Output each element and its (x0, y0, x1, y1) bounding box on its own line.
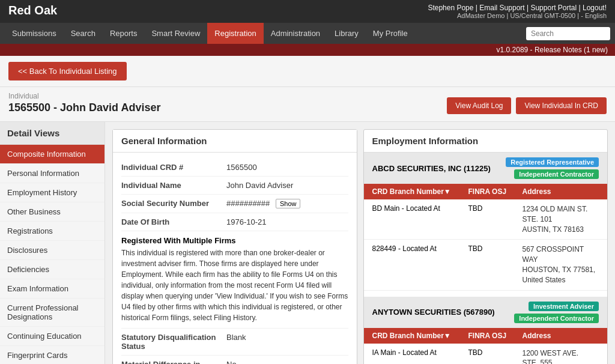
employment-info-panel: Employment Information ABCD SECURITIES, … (363, 129, 608, 364)
sidebar-item-fingerprint-cards[interactable]: Fingerprint Cards (0, 346, 105, 364)
field-individual-name-label: Individual Name (121, 181, 226, 190)
support-portal-link[interactable]: Support Portal (530, 4, 577, 12)
back-to-listing-button[interactable]: << Back To Individual Listing (8, 62, 127, 80)
nav-smart-review[interactable]: Smart Review (144, 23, 207, 44)
general-info-title: General Information (113, 130, 357, 153)
version-bar: v1.0.2089 - Release Notes (1 new) (0, 44, 615, 56)
firm-anytown-securities: ANYTOWN SECURITIES (567890) Investment A… (364, 297, 608, 364)
field-material-diff-value: No (226, 360, 237, 364)
firm-anytown-name: ANYTOWN SECURITIES (567890) (372, 308, 495, 317)
individual-label: Individual (8, 92, 160, 100)
badge-independent-contractor-2: Independent Contractor (514, 314, 599, 323)
sidebar-item-disclosures[interactable]: Disclosures (0, 241, 105, 260)
nav-my-profile[interactable]: My Profile (366, 23, 415, 44)
top-header: Red Oak Stephen Pope | Email Support | S… (0, 0, 615, 23)
sidebar-item-composite-information[interactable]: Composite Information (0, 145, 105, 164)
firm-abcd-securities: ABCD SECURITIES, INC (11225) Registered … (364, 153, 608, 291)
view-individual-crd-button[interactable]: View Individual In CRD (516, 97, 607, 114)
email-support-link[interactable]: Email Support (479, 4, 524, 12)
field-dob: Date Of Birth 1976-10-21 (121, 213, 348, 231)
sidebar-title: Detail Views (0, 122, 105, 145)
nav-reports[interactable]: Reports (103, 23, 145, 44)
col-address-1: Address (523, 187, 599, 196)
search-input[interactable] (526, 27, 610, 40)
field-dob-value: 1976-10-21 (226, 217, 267, 226)
user-name: Stephen Pope (428, 4, 473, 12)
col-finra-osj-2: FINRA OSJ (468, 332, 523, 340)
individual-display: 1565500 - John David Adviser (8, 102, 160, 114)
view-audit-log-button[interactable]: View Audit Log (447, 97, 511, 114)
field-crd-number: Individual CRD # 1565500 (121, 159, 348, 177)
nav-submissions[interactable]: Submissions (5, 23, 64, 44)
field-material-diff-label: Material Difference in Disclosure? (121, 360, 226, 364)
field-crd-number-value: 1565500 (226, 163, 257, 172)
col-crd-branch-2: CRD Branch Number▼ (372, 332, 468, 340)
field-crd-number-label: Individual CRD # (121, 163, 226, 172)
individual-buttons: View Audit Log View Individual In CRD (447, 97, 607, 114)
field-stat-disq: Statutory Disqualification Status Blank (121, 329, 348, 356)
registered-notice-title: Registered With Multiple Firms (121, 236, 348, 245)
sidebar-item-deficiencies[interactable]: Deficiencies (0, 260, 105, 279)
badge-registered-rep: Registered Representative (506, 157, 599, 167)
logout-link[interactable]: Logout! (583, 4, 607, 12)
sidebar-item-employment-history[interactable]: Employment History (0, 183, 105, 202)
col-address-2: Address (523, 332, 599, 340)
badge-investment-adviser: Investment Adviser (529, 302, 599, 311)
field-stat-disq-label: Statutory Disqualification Status (121, 333, 226, 351)
firm-anytown-table-header: CRD Branch Number▼ FINRA OSJ Address (364, 328, 608, 344)
field-ssn-label: Social Security Number (121, 199, 226, 208)
nav-registration[interactable]: Registration (207, 23, 263, 44)
nav-administration[interactable]: Administration (264, 23, 327, 44)
address-1: 1234 OLD MAIN ST.STE. 101AUSTIN, TX 7816… (523, 204, 599, 234)
sidebar-item-other-business[interactable]: Other Business (0, 202, 105, 222)
field-dob-label: Date Of Birth (121, 217, 226, 226)
field-ssn-value: ########## Show (226, 199, 300, 208)
registered-notice: Registered With Multiple Firms This indi… (121, 231, 348, 329)
branch-main-1: BD Main - Located At (372, 204, 468, 234)
col-finra-osj-1: FINRA OSJ (468, 187, 523, 196)
col-crd-branch-1: CRD Branch Number▼ (372, 187, 468, 196)
field-individual-name-value: John David Adviser (226, 181, 293, 190)
employment-info-title: Employment Information (364, 130, 608, 153)
brand-logo: Red Oak (8, 4, 57, 17)
field-material-diff: Material Difference in Disclosure? No (121, 356, 348, 364)
user-info: Stephen Pope | Email Support | Support P… (428, 4, 607, 19)
finra-tbd-2: TBD (468, 244, 523, 285)
finra-tbd-1: TBD (468, 204, 523, 234)
firm-abcd-name: ABCD SECURITIES, INC (11225) (372, 164, 491, 173)
version-text: v1.0.2089 - Release Notes (1 new) (497, 46, 608, 54)
sidebar: Detail Views Composite Information Perso… (0, 122, 105, 364)
sub-info: AdMaster Demo | US/Central GMT-0500 | - … (428, 12, 607, 19)
firm-abcd-badges: Registered Representative Independent Co… (506, 157, 599, 179)
branch-828449: 828449 - Located At (372, 244, 468, 285)
firm-anytown-header: ANYTOWN SECURITIES (567890) Investment A… (364, 297, 608, 328)
general-info-panel: General Information Individual CRD # 156… (112, 129, 357, 364)
firm-abcd-header: ABCD SECURITIES, INC (11225) Registered … (364, 153, 608, 184)
sidebar-item-personal-information[interactable]: Personal Information (0, 164, 105, 183)
registered-notice-text: This individual is registered with more … (121, 247, 348, 323)
finra-tbd-3: TBD (468, 348, 523, 364)
address-2: 567 CROSSPOINT WAYHOUSTON, TX 77581, Uni… (523, 244, 599, 285)
general-info-body: Individual CRD # 1565500 Individual Name… (113, 153, 357, 364)
individual-title-area: Individual 1565500 - John David Adviser … (0, 87, 615, 122)
field-stat-disq-value: Blank (226, 333, 246, 351)
badge-independent-contractor-1: Independent Contractor (514, 169, 599, 179)
field-individual-name: Individual Name John David Adviser (121, 177, 348, 195)
nav-search-container (526, 27, 610, 40)
nav-bar: Submissions Search Reports Smart Review … (0, 23, 615, 44)
sidebar-item-current-professional-designations[interactable]: Current Professional Designations (0, 299, 105, 327)
field-ssn: Social Security Number ########## Show (121, 195, 348, 213)
nav-search[interactable]: Search (64, 23, 103, 44)
content-area: General Information Individual CRD # 156… (105, 122, 615, 364)
show-ssn-button[interactable]: Show (276, 199, 301, 208)
table-row: 828449 - Located At TBD 567 CROSSPOINT W… (364, 240, 608, 290)
table-row: IA Main - Located At TBD 1200 WEST AVE.S… (364, 344, 608, 364)
sidebar-item-exam-information[interactable]: Exam Information (0, 279, 105, 299)
address-3: 1200 WEST AVE.STE. 555SAN ANTONIO, TX 78… (523, 348, 599, 364)
nav-library[interactable]: Library (327, 23, 366, 44)
sidebar-item-continuing-education[interactable]: Continuing Education (0, 327, 105, 346)
main-layout: Detail Views Composite Information Perso… (0, 122, 615, 364)
table-row: BD Main - Located At TBD 1234 OLD MAIN S… (364, 199, 608, 240)
sidebar-item-registrations[interactable]: Registrations (0, 222, 105, 241)
branch-ia-main: IA Main - Located At (372, 348, 468, 364)
